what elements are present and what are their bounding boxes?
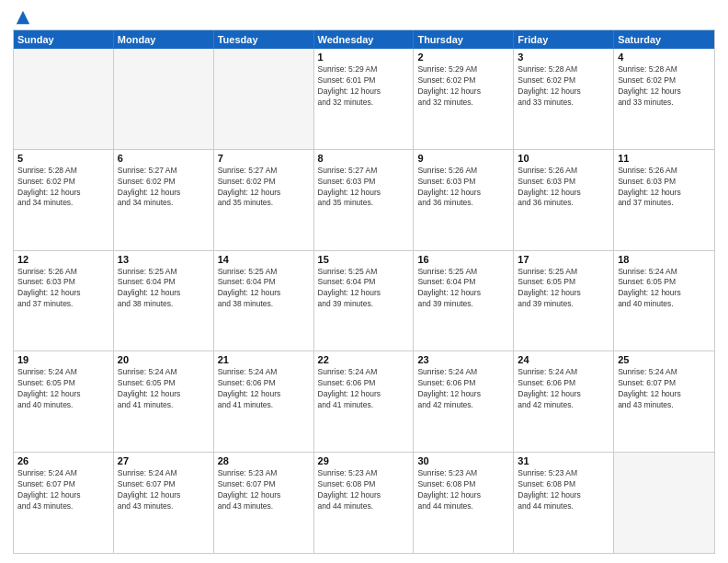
- cal-cell: 26Sunrise: 5:24 AMSunset: 6:07 PMDayligh…: [14, 453, 114, 553]
- calendar-header: SundayMondayTuesdayWednesdayThursdayFrid…: [14, 30, 714, 49]
- cal-header-cell: Friday: [514, 30, 614, 49]
- cal-cell: 28Sunrise: 5:23 AMSunset: 6:07 PMDayligh…: [214, 453, 314, 553]
- day-number: 24: [518, 354, 609, 365]
- cell-text: Sunrise: 5:25 AMSunset: 6:04 PMDaylight:…: [417, 267, 509, 311]
- day-number: 12: [17, 254, 109, 265]
- cell-text: Sunrise: 5:24 AMSunset: 6:05 PMDaylight:…: [17, 367, 109, 411]
- day-number: 3: [518, 52, 609, 63]
- cell-text: Sunrise: 5:25 AMSunset: 6:04 PMDaylight:…: [218, 267, 310, 311]
- cal-row: 26Sunrise: 5:24 AMSunset: 6:07 PMDayligh…: [14, 452, 714, 553]
- cal-cell: 3Sunrise: 5:28 AMSunset: 6:02 PMDaylight…: [514, 49, 614, 149]
- cal-cell: 27Sunrise: 5:24 AMSunset: 6:07 PMDayligh…: [114, 453, 214, 553]
- cell-text: Sunrise: 5:24 AMSunset: 6:07 PMDaylight:…: [17, 468, 109, 512]
- cal-cell: 15Sunrise: 5:25 AMSunset: 6:04 PMDayligh…: [314, 251, 415, 351]
- cal-cell: 5Sunrise: 5:28 AMSunset: 6:02 PMDaylight…: [14, 150, 114, 250]
- cell-text: Sunrise: 5:23 AMSunset: 6:08 PMDaylight:…: [417, 468, 509, 512]
- day-number: 4: [618, 52, 711, 63]
- cell-text: Sunrise: 5:28 AMSunset: 6:02 PMDaylight:…: [518, 64, 609, 109]
- cell-text: Sunrise: 5:24 AMSunset: 6:07 PMDaylight:…: [618, 367, 711, 411]
- day-number: 30: [417, 455, 509, 466]
- cal-header-cell: Tuesday: [214, 30, 314, 49]
- cal-row: 12Sunrise: 5:26 AMSunset: 6:03 PMDayligh…: [14, 250, 714, 351]
- day-number: 8: [318, 153, 410, 164]
- day-number: 7: [218, 153, 310, 164]
- cell-text: Sunrise: 5:24 AMSunset: 6:07 PMDaylight:…: [118, 468, 210, 512]
- cal-cell: 11Sunrise: 5:26 AMSunset: 6:03 PMDayligh…: [614, 150, 714, 250]
- day-number: 13: [118, 254, 210, 265]
- cell-text: Sunrise: 5:25 AMSunset: 6:05 PMDaylight:…: [518, 267, 609, 311]
- cell-text: Sunrise: 5:23 AMSunset: 6:07 PMDaylight:…: [218, 468, 310, 512]
- cell-text: Sunrise: 5:27 AMSunset: 6:02 PMDaylight:…: [118, 166, 210, 210]
- cal-cell: 14Sunrise: 5:25 AMSunset: 6:04 PMDayligh…: [214, 251, 314, 351]
- cell-text: Sunrise: 5:26 AMSunset: 6:03 PMDaylight:…: [17, 267, 109, 311]
- cal-cell: 8Sunrise: 5:27 AMSunset: 6:03 PMDaylight…: [314, 150, 415, 250]
- cell-text: Sunrise: 5:25 AMSunset: 6:04 PMDaylight:…: [318, 267, 410, 311]
- day-number: 27: [118, 455, 210, 466]
- day-number: 11: [618, 153, 711, 164]
- cell-text: Sunrise: 5:27 AMSunset: 6:03 PMDaylight:…: [318, 166, 410, 210]
- header: [13, 9, 715, 26]
- day-number: 6: [118, 153, 210, 164]
- logo-icon: [15, 9, 31, 26]
- cell-text: Sunrise: 5:24 AMSunset: 6:06 PMDaylight:…: [417, 367, 509, 411]
- cal-header-cell: Monday: [114, 30, 214, 49]
- cal-cell: [114, 49, 214, 149]
- calendar-body: 1Sunrise: 5:29 AMSunset: 6:01 PMDaylight…: [14, 49, 714, 553]
- cal-cell: 13Sunrise: 5:25 AMSunset: 6:04 PMDayligh…: [114, 251, 214, 351]
- cell-text: Sunrise: 5:26 AMSunset: 6:03 PMDaylight:…: [417, 166, 509, 210]
- day-number: 17: [518, 254, 609, 265]
- cell-text: Sunrise: 5:24 AMSunset: 6:06 PMDaylight:…: [318, 367, 410, 411]
- day-number: 21: [218, 354, 310, 365]
- cal-header-cell: Sunday: [14, 30, 114, 49]
- day-number: 26: [17, 455, 109, 466]
- cell-text: Sunrise: 5:25 AMSunset: 6:04 PMDaylight:…: [118, 267, 210, 311]
- day-number: 10: [518, 153, 609, 164]
- day-number: 29: [318, 455, 410, 466]
- day-number: 2: [417, 52, 509, 63]
- cal-header-cell: Saturday: [614, 30, 714, 49]
- page: SundayMondayTuesdayWednesdayThursdayFrid…: [0, 0, 728, 563]
- cal-cell: 25Sunrise: 5:24 AMSunset: 6:07 PMDayligh…: [614, 351, 714, 452]
- cal-cell: 22Sunrise: 5:24 AMSunset: 6:06 PMDayligh…: [314, 351, 415, 452]
- day-number: 9: [417, 153, 509, 164]
- cal-cell: 4Sunrise: 5:28 AMSunset: 6:02 PMDaylight…: [614, 49, 714, 149]
- calendar: SundayMondayTuesdayWednesdayThursdayFrid…: [13, 29, 715, 554]
- logo: [13, 9, 31, 26]
- cal-cell: 1Sunrise: 5:29 AMSunset: 6:01 PMDaylight…: [314, 49, 415, 149]
- cal-cell: [14, 49, 114, 149]
- cal-cell: 23Sunrise: 5:24 AMSunset: 6:06 PMDayligh…: [414, 351, 514, 452]
- cal-cell: 10Sunrise: 5:26 AMSunset: 6:03 PMDayligh…: [514, 150, 614, 250]
- day-number: 23: [417, 354, 509, 365]
- svg-marker-0: [17, 11, 29, 24]
- cal-header-cell: Thursday: [414, 30, 514, 49]
- cal-cell: 31Sunrise: 5:23 AMSunset: 6:08 PMDayligh…: [514, 453, 614, 553]
- day-number: 25: [618, 354, 711, 365]
- day-number: 28: [218, 455, 310, 466]
- cal-row: 1Sunrise: 5:29 AMSunset: 6:01 PMDaylight…: [14, 49, 714, 149]
- cell-text: Sunrise: 5:24 AMSunset: 6:05 PMDaylight:…: [618, 267, 711, 311]
- cell-text: Sunrise: 5:27 AMSunset: 6:02 PMDaylight:…: [218, 166, 310, 210]
- day-number: 31: [518, 455, 609, 466]
- cell-text: Sunrise: 5:24 AMSunset: 6:05 PMDaylight:…: [118, 367, 210, 411]
- cell-text: Sunrise: 5:28 AMSunset: 6:02 PMDaylight:…: [17, 166, 109, 210]
- cell-text: Sunrise: 5:23 AMSunset: 6:08 PMDaylight:…: [518, 468, 609, 512]
- cal-cell: 12Sunrise: 5:26 AMSunset: 6:03 PMDayligh…: [14, 251, 114, 351]
- day-number: 19: [17, 354, 109, 365]
- cal-cell: 30Sunrise: 5:23 AMSunset: 6:08 PMDayligh…: [414, 453, 514, 553]
- cal-cell: 29Sunrise: 5:23 AMSunset: 6:08 PMDayligh…: [314, 453, 415, 553]
- day-number: 14: [218, 254, 310, 265]
- cell-text: Sunrise: 5:23 AMSunset: 6:08 PMDaylight:…: [318, 468, 410, 512]
- cal-cell: 19Sunrise: 5:24 AMSunset: 6:05 PMDayligh…: [14, 351, 114, 452]
- day-number: 18: [618, 254, 711, 265]
- cal-cell: 16Sunrise: 5:25 AMSunset: 6:04 PMDayligh…: [414, 251, 514, 351]
- cal-cell: 6Sunrise: 5:27 AMSunset: 6:02 PMDaylight…: [114, 150, 214, 250]
- day-number: 15: [318, 254, 410, 265]
- cell-text: Sunrise: 5:29 AMSunset: 6:02 PMDaylight:…: [417, 64, 509, 109]
- cal-cell: 9Sunrise: 5:26 AMSunset: 6:03 PMDaylight…: [414, 150, 514, 250]
- cal-cell: 20Sunrise: 5:24 AMSunset: 6:05 PMDayligh…: [114, 351, 214, 452]
- cal-cell: 24Sunrise: 5:24 AMSunset: 6:06 PMDayligh…: [514, 351, 614, 452]
- day-number: 16: [417, 254, 509, 265]
- cell-text: Sunrise: 5:26 AMSunset: 6:03 PMDaylight:…: [518, 166, 609, 210]
- cal-cell: [214, 49, 314, 149]
- day-number: 5: [17, 153, 109, 164]
